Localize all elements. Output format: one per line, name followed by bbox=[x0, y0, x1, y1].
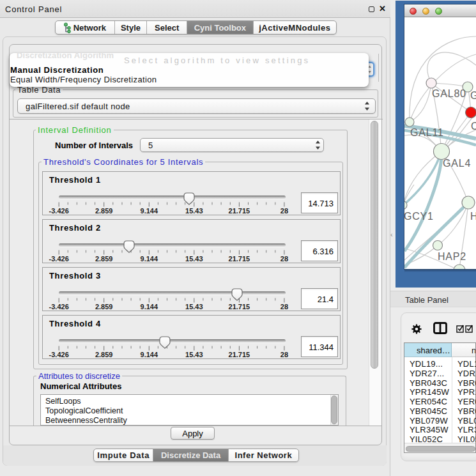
svg-text:GA: GA bbox=[470, 90, 476, 101]
svg-text:C: C bbox=[471, 121, 476, 132]
svg-text:HAP2: HAP2 bbox=[438, 251, 466, 262]
svg-text:GAL11: GAL11 bbox=[410, 127, 444, 138]
svg-text:GAL4: GAL4 bbox=[443, 158, 471, 169]
svg-text:GAL80: GAL80 bbox=[432, 88, 466, 99]
svg-text:GCY1: GCY1 bbox=[404, 211, 434, 222]
svg-text:H: H bbox=[470, 211, 476, 222]
